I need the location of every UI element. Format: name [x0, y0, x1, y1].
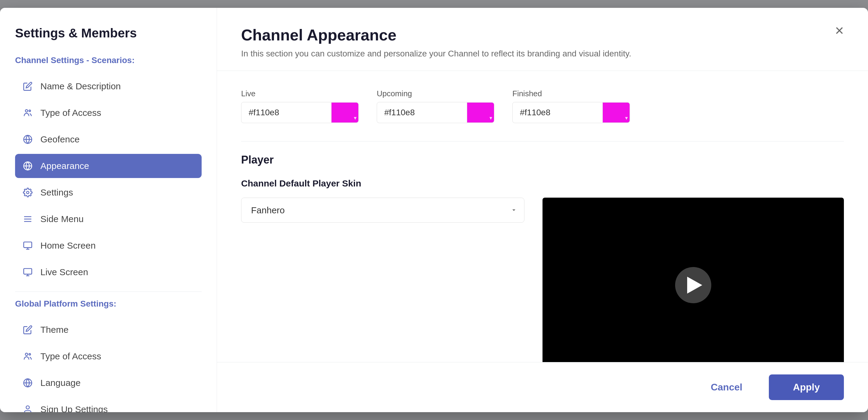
video-preview — [542, 198, 844, 362]
content-subtitle: In this section you can customize and pe… — [241, 49, 844, 59]
live-color-field: Live — [241, 89, 359, 123]
svg-point-0 — [25, 110, 28, 112]
sidebar-item-language[interactable]: Language — [15, 371, 202, 395]
live-icon — [22, 267, 33, 278]
player-sub-heading: Channel Default Player Skin — [241, 178, 844, 189]
sidebar-item-name-description[interactable]: Name & Description — [15, 74, 202, 99]
sidebar-item-label: Side Menu — [40, 214, 84, 224]
content-body: Live Upcoming — [217, 71, 868, 362]
color-fields-row: Live Upcoming — [241, 89, 844, 123]
settings-sidebar: Settings & Members Channel Settings - Sc… — [0, 8, 217, 412]
settings-modal: Settings & Members Channel Settings - Sc… — [0, 8, 868, 412]
svg-point-20 — [26, 406, 30, 409]
player-skin-area: Fanhero — [241, 198, 844, 362]
svg-rect-10 — [24, 242, 32, 248]
sidebar-item-label: Name & Description — [40, 81, 121, 91]
cancel-button[interactable]: Cancel — [696, 374, 757, 400]
finished-color-label: Finished — [513, 89, 630, 99]
upcoming-color-input-wrap — [377, 102, 494, 123]
sidebar-divider — [15, 291, 202, 292]
sidebar-item-home-screen[interactable]: Home Screen — [15, 233, 202, 258]
svg-point-1 — [29, 110, 30, 112]
people-icon — [22, 107, 33, 118]
live-color-input[interactable] — [241, 102, 332, 123]
content-title: Channel Appearance — [241, 26, 844, 44]
sidebar-item-label: Type of Access — [40, 108, 101, 118]
skin-select[interactable]: Fanhero — [241, 198, 524, 223]
sidebar-item-label: Settings — [40, 187, 73, 198]
skin-select-wrap: Fanhero — [241, 198, 524, 223]
sidebar-item-appearance[interactable]: Appearance — [15, 154, 202, 178]
main-content: Channel Appearance In this section you c… — [217, 8, 868, 412]
sidebar-item-settings[interactable]: Settings — [15, 180, 202, 204]
sidebar-item-label: Home Screen — [40, 241, 96, 251]
globe-icon — [22, 134, 33, 145]
sidebar-item-theme[interactable]: Theme — [15, 318, 202, 342]
sidebar-item-label: Type of Access — [40, 351, 101, 361]
home-icon — [22, 240, 33, 251]
svg-point-6 — [27, 191, 29, 194]
menu-icon — [22, 214, 33, 224]
sidebar-item-label: Theme — [40, 325, 68, 335]
content-header: Channel Appearance In this section you c… — [217, 8, 868, 71]
finished-color-input-wrap — [513, 102, 630, 123]
finished-color-field: Finished — [513, 89, 630, 123]
sidebar-title: Settings & Members — [15, 26, 202, 40]
modal-overlay: Settings & Members Channel Settings - Sc… — [0, 0, 868, 420]
upcoming-color-input[interactable] — [377, 102, 467, 123]
svg-point-17 — [29, 354, 30, 355]
sidebar-item-label: Language — [40, 378, 81, 388]
sidebar-item-sign-up[interactable]: Sign Up Settings — [15, 397, 202, 412]
gear-icon — [22, 187, 33, 198]
pencil-icon — [22, 81, 33, 92]
live-color-input-wrap — [241, 102, 359, 123]
sidebar-item-type-of-access[interactable]: Type of Access — [15, 101, 202, 125]
finished-color-swatch[interactable] — [603, 102, 630, 123]
global-section-label: Global Platform Settings: — [15, 299, 202, 309]
sidebar-item-side-menu[interactable]: Side Menu — [15, 207, 202, 231]
upcoming-color-swatch[interactable] — [467, 102, 494, 123]
content-footer: Cancel Apply — [217, 362, 868, 412]
finished-color-input[interactable] — [513, 102, 603, 123]
svg-point-16 — [25, 353, 28, 356]
sidebar-item-label: Geofence — [40, 134, 80, 144]
pencil-icon-global — [22, 324, 33, 335]
player-section-heading: Player — [241, 153, 844, 166]
globe-icon-global — [22, 377, 33, 388]
apply-button[interactable]: Apply — [769, 374, 844, 400]
close-button[interactable]: × — [829, 20, 850, 41]
live-color-label: Live — [241, 89, 359, 99]
user-icon — [22, 404, 33, 412]
sphere-icon — [22, 161, 33, 171]
play-button[interactable] — [675, 267, 711, 303]
sidebar-item-label: Appearance — [40, 161, 89, 171]
channel-section-label: Channel Settings - Scenarios: — [15, 56, 202, 65]
upcoming-color-label: Upcoming — [377, 89, 494, 99]
sidebar-item-label: Sign Up Settings — [40, 404, 107, 412]
upcoming-color-field: Upcoming — [377, 89, 494, 123]
sidebar-item-label: Live Screen — [40, 267, 88, 277]
live-color-swatch[interactable] — [332, 102, 359, 123]
sidebar-item-geofence[interactable]: Geofence — [15, 127, 202, 151]
svg-rect-13 — [24, 269, 32, 274]
sidebar-item-live-screen[interactable]: Live Screen — [15, 260, 202, 284]
sidebar-item-type-of-access-global[interactable]: Type of Access — [15, 344, 202, 368]
people-icon-global — [22, 351, 33, 362]
